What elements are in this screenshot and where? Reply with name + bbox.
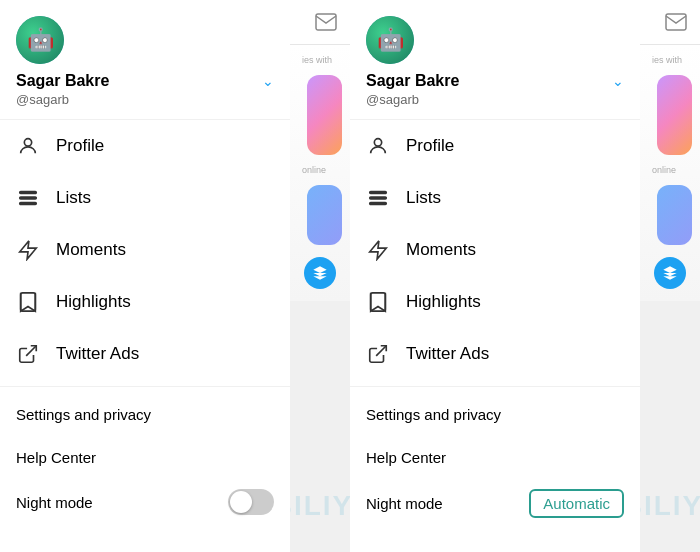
svg-point-6 [374, 139, 381, 146]
left-ies-with-text: ies with [298, 53, 336, 67]
right-moments-label: Moments [406, 240, 476, 260]
right-avatar-image: 🤖 [366, 16, 414, 64]
left-menu-item-profile[interactable]: Profile [0, 120, 290, 172]
left-profile-label: Profile [56, 136, 104, 156]
right-feed-notification [648, 253, 692, 293]
right-avatar: 🤖 [366, 16, 414, 64]
left-sidebar-icon-row [290, 0, 350, 45]
left-chevron-icon[interactable]: ⌄ [262, 73, 274, 89]
left-menu-item-highlights[interactable]: Highlights [0, 276, 290, 328]
svg-rect-10 [371, 293, 386, 311]
left-menu-divider [0, 386, 290, 387]
right-chevron-icon[interactable]: ⌄ [612, 73, 624, 89]
left-feed-notification [298, 253, 342, 293]
left-bookmark-icon [16, 290, 40, 314]
left-night-mode-row: Night mode [0, 479, 290, 525]
left-feed-card-1 [307, 75, 342, 155]
right-person-icon [366, 134, 390, 158]
right-night-mode-label: Night mode [366, 495, 443, 512]
right-menu-item-profile[interactable]: Profile [350, 120, 640, 172]
left-night-mode-label: Night mode [16, 494, 93, 511]
left-watermark: MOBILIYAAN [290, 490, 350, 522]
left-avatar: 🤖 [16, 16, 64, 64]
right-menu-divider [350, 386, 640, 387]
right-menu-item-twitter-ads[interactable]: Twitter Ads [350, 328, 640, 380]
left-menu-item-lists[interactable]: Lists [0, 172, 290, 224]
right-user-header: 🤖 Sagar Bakre ⌄ @sagarb [350, 0, 640, 120]
svg-rect-9 [370, 203, 387, 205]
left-menu-item-twitter-ads[interactable]: Twitter Ads [0, 328, 290, 380]
left-feed-card-2 [307, 185, 342, 245]
left-help-item[interactable]: Help Center [0, 436, 290, 479]
right-menu-drawer: 🤖 Sagar Bakre ⌄ @sagarb Profile List [350, 0, 640, 552]
right-user-name: Sagar Bakre [366, 72, 459, 90]
left-external-icon [16, 342, 40, 366]
right-night-mode-row: Night mode Automatic [350, 479, 640, 528]
left-sidebar-bg: ies with online MOBILIYAAN [290, 0, 350, 552]
left-user-name-row: Sagar Bakre ⌄ [16, 72, 274, 90]
left-settings-item[interactable]: Settings and privacy [0, 393, 290, 436]
right-menu-item-moments[interactable]: Moments [350, 224, 640, 276]
left-panel: 🤖 Sagar Bakre ⌄ @sagarb Profile List [0, 0, 350, 552]
svg-rect-4 [21, 293, 36, 311]
left-twitter-ads-label: Twitter Ads [56, 344, 139, 364]
left-user-name: Sagar Bakre [16, 72, 109, 90]
right-external-icon [366, 342, 390, 366]
svg-rect-1 [20, 192, 37, 194]
right-online-text: online [648, 163, 680, 177]
right-menu-item-lists[interactable]: Lists [350, 172, 640, 224]
left-moments-label: Moments [56, 240, 126, 260]
right-notif-icon [654, 257, 686, 289]
svg-rect-7 [370, 192, 387, 194]
left-lightning-icon [16, 238, 40, 262]
right-panel: 🤖 Sagar Bakre ⌄ @sagarb Profile List [350, 0, 700, 552]
svg-rect-2 [20, 197, 37, 199]
right-highlights-label: Highlights [406, 292, 481, 312]
right-list-icon [366, 186, 390, 210]
svg-rect-3 [20, 203, 37, 205]
left-avatar-image: 🤖 [16, 16, 64, 64]
right-user-handle: @sagarb [366, 92, 624, 107]
right-menu-items: Profile Lists Moments High [350, 120, 640, 552]
left-toggle-knob [230, 491, 252, 513]
left-menu-item-moments[interactable]: Moments [0, 224, 290, 276]
left-notif-icon [304, 257, 336, 289]
right-feed-card-1 [657, 75, 692, 155]
right-lightning-icon [366, 238, 390, 262]
right-twitter-ads-label: Twitter Ads [406, 344, 489, 364]
left-list-icon [16, 186, 40, 210]
svg-line-5 [26, 346, 36, 356]
right-watermark: MOBILIYAAN [640, 490, 700, 522]
left-sidebar-feed: ies with online [290, 45, 350, 301]
left-user-handle: @sagarb [16, 92, 274, 107]
right-lists-label: Lists [406, 188, 441, 208]
right-sidebar-feed: ies with online [640, 45, 700, 301]
left-menu-drawer: 🤖 Sagar Bakre ⌄ @sagarb Profile List [0, 0, 290, 552]
svg-rect-8 [370, 197, 387, 199]
svg-line-11 [376, 346, 386, 356]
right-bookmark-icon [366, 290, 390, 314]
left-mail-icon [314, 10, 338, 34]
left-user-header: 🤖 Sagar Bakre ⌄ @sagarb [0, 0, 290, 120]
right-profile-label: Profile [406, 136, 454, 156]
left-online-text: online [298, 163, 330, 177]
svg-point-0 [24, 139, 31, 146]
right-sidebar-bg: ies with online MOBILIYAAN [640, 0, 700, 552]
right-ies-with-text: ies with [648, 53, 686, 67]
right-menu-item-highlights[interactable]: Highlights [350, 276, 640, 328]
left-night-mode-toggle[interactable] [228, 489, 274, 515]
right-settings-item[interactable]: Settings and privacy [350, 393, 640, 436]
right-user-name-row: Sagar Bakre ⌄ [366, 72, 624, 90]
left-menu-items: Profile Lists Moments High [0, 120, 290, 552]
left-person-icon [16, 134, 40, 158]
right-help-item[interactable]: Help Center [350, 436, 640, 479]
right-sidebar-icon-row [640, 0, 700, 45]
right-mail-icon [664, 10, 688, 34]
right-feed-card-2 [657, 185, 692, 245]
left-highlights-label: Highlights [56, 292, 131, 312]
right-automatic-button[interactable]: Automatic [529, 489, 624, 518]
left-lists-label: Lists [56, 188, 91, 208]
